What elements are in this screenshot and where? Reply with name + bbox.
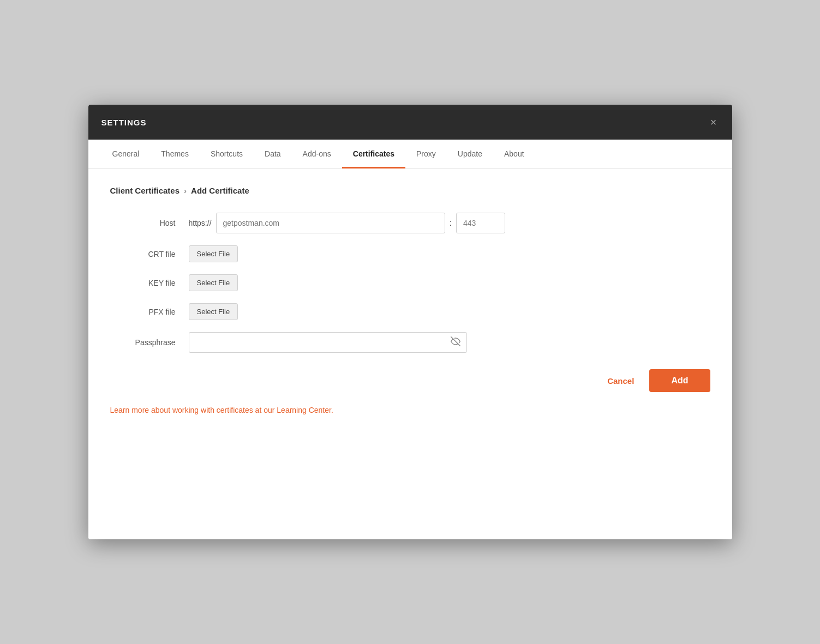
- tab-proxy[interactable]: Proxy: [405, 140, 447, 168]
- breadcrumb-separator: ›: [184, 186, 187, 195]
- pfx-row: PFX file Select File: [110, 303, 710, 320]
- tab-addons[interactable]: Add-ons: [292, 140, 342, 168]
- pfx-select-button[interactable]: Select File: [189, 303, 238, 320]
- modal-content: Client Certificates › Add Certificate Ho…: [88, 168, 732, 539]
- pfx-label: PFX file: [110, 308, 176, 316]
- host-input-group: https:// :: [189, 213, 505, 233]
- host-prefix: https://: [189, 219, 212, 227]
- learn-more-link[interactable]: Learn more about working with certificat…: [110, 406, 333, 414]
- breadcrumb-current: Add Certificate: [191, 186, 249, 195]
- eye-slash-icon: [451, 336, 460, 346]
- crt-label: CRT file: [110, 250, 176, 258]
- host-row: Host https:// :: [110, 213, 710, 233]
- passphrase-row: Passphrase: [110, 332, 710, 353]
- action-row: Cancel Add: [110, 369, 710, 392]
- modal-header: SETTINGS ×: [88, 105, 732, 140]
- breadcrumb-parent: Client Certificates: [110, 186, 180, 195]
- passphrase-toggle-button[interactable]: [450, 335, 462, 350]
- learn-more-section: Learn more about working with certificat…: [110, 405, 710, 415]
- key-label: KEY file: [110, 279, 176, 287]
- crt-row: CRT file Select File: [110, 245, 710, 262]
- host-label: Host: [110, 219, 176, 227]
- passphrase-wrapper: [189, 332, 467, 353]
- cancel-button[interactable]: Cancel: [601, 372, 641, 390]
- breadcrumb: Client Certificates › Add Certificate: [110, 186, 710, 195]
- passphrase-input[interactable]: [189, 332, 467, 353]
- key-row: KEY file Select File: [110, 274, 710, 291]
- tab-certificates[interactable]: Certificates: [342, 140, 405, 168]
- port-input[interactable]: [456, 213, 505, 233]
- tab-general[interactable]: General: [101, 140, 151, 168]
- settings-modal: SETTINGS × General Themes Shortcuts Data…: [88, 105, 732, 539]
- tab-update[interactable]: Update: [447, 140, 493, 168]
- tab-shortcuts[interactable]: Shortcuts: [200, 140, 254, 168]
- tab-data[interactable]: Data: [254, 140, 292, 168]
- modal-title: SETTINGS: [101, 118, 147, 127]
- close-button[interactable]: ×: [708, 115, 719, 130]
- tab-themes[interactable]: Themes: [150, 140, 200, 168]
- add-button[interactable]: Add: [649, 369, 710, 392]
- host-input[interactable]: [216, 213, 445, 233]
- tab-about[interactable]: About: [493, 140, 535, 168]
- crt-select-button[interactable]: Select File: [189, 245, 238, 262]
- host-colon: :: [450, 218, 452, 228]
- key-select-button[interactable]: Select File: [189, 274, 238, 291]
- passphrase-label: Passphrase: [110, 338, 176, 347]
- tabs-bar: General Themes Shortcuts Data Add-ons Ce…: [88, 140, 732, 168]
